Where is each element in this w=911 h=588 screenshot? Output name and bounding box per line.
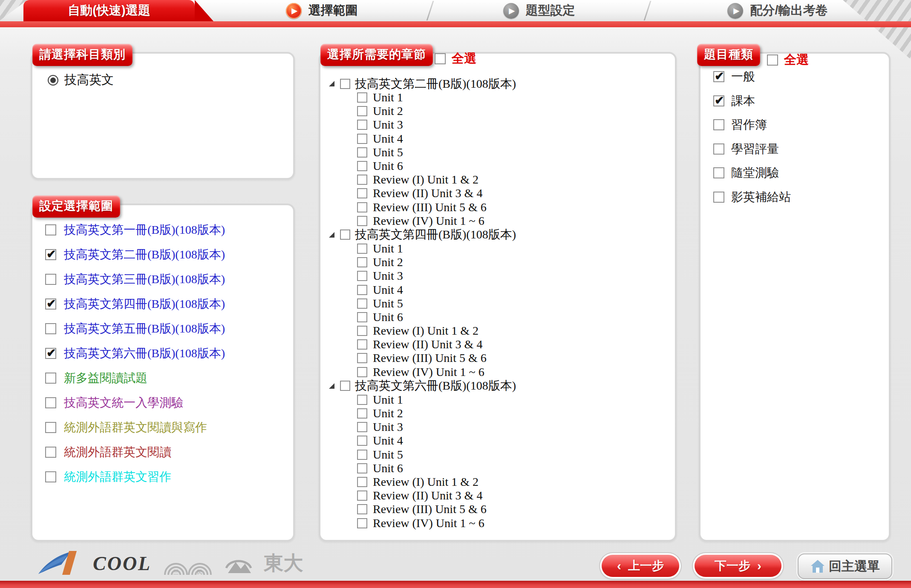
radio-button[interactable]	[48, 75, 58, 86]
type-item-label[interactable]: 學習評量	[731, 141, 779, 157]
checkbox[interactable]	[357, 504, 367, 514]
checkbox[interactable]	[45, 348, 56, 359]
select-all-checkbox[interactable]	[767, 54, 778, 66]
type-item-label[interactable]: 影英補給站	[731, 189, 791, 205]
checkbox[interactable]	[45, 447, 56, 458]
checkbox[interactable]	[357, 161, 367, 171]
range-item-label[interactable]: 技高英文第五冊(B版)(108版本)	[64, 321, 225, 337]
checkbox[interactable]	[357, 518, 367, 528]
tree-child-label[interactable]: Review (I) Unit 1 & 2	[373, 324, 479, 338]
checkbox[interactable]	[45, 422, 56, 433]
range-item-label[interactable]: 技高英文統一入學測驗	[64, 395, 183, 411]
tree-child-label[interactable]: Unit 1	[373, 91, 403, 104]
checkbox[interactable]	[45, 323, 56, 334]
checkbox[interactable]	[357, 285, 367, 295]
checkbox[interactable]	[713, 95, 724, 106]
checkbox[interactable]	[357, 298, 367, 309]
checkbox[interactable]	[357, 312, 367, 322]
checkbox[interactable]	[45, 471, 56, 482]
checkbox[interactable]	[357, 175, 367, 185]
tab-scoring-output[interactable]: 配分/輸出考卷	[665, 0, 891, 21]
checkbox[interactable]	[357, 106, 367, 116]
tree-child-label[interactable]: Unit 5	[373, 297, 403, 310]
tab-select-range[interactable]: 選擇範圍	[222, 0, 422, 21]
tree-child-label[interactable]: Unit 3	[373, 269, 403, 283]
tree-child-label[interactable]: Unit 6	[373, 159, 403, 173]
checkbox[interactable]	[357, 490, 367, 501]
checkbox[interactable]	[340, 79, 350, 89]
tree-child-label[interactable]: Review (III) Unit 5 & 6	[373, 201, 487, 214]
checkbox[interactable]	[357, 216, 367, 226]
range-item-label[interactable]: 技高英文第四冊(B版)(108版本)	[64, 296, 225, 312]
checkbox[interactable]	[357, 422, 367, 432]
tree-expander-icon[interactable]	[329, 383, 335, 389]
tree-book-label[interactable]: 技高英文第二冊(B版)(108版本)	[355, 76, 516, 92]
tree-child-label[interactable]: Review (II) Unit 3 & 4	[373, 489, 482, 502]
tree-book-label[interactable]: 技高英文第六冊(B版)(108版本)	[355, 378, 516, 394]
checkbox[interactable]	[713, 119, 724, 130]
tree-child-label[interactable]: Unit 4	[373, 434, 403, 447]
tree-child-label[interactable]: Unit 2	[373, 407, 403, 420]
tree-child-label[interactable]: Review (IV) Unit 1 ~ 6	[373, 516, 484, 530]
tree-child-label[interactable]: Review (III) Unit 5 & 6	[373, 351, 487, 365]
tree-child-label[interactable]: Unit 3	[373, 118, 403, 132]
checkbox[interactable]	[357, 477, 367, 487]
tree-child-label[interactable]: Unit 6	[373, 310, 403, 324]
checkbox[interactable]	[340, 381, 350, 391]
checkbox[interactable]	[357, 395, 367, 405]
tree-child-label[interactable]: Unit 2	[373, 104, 403, 118]
tree-child-label[interactable]: Unit 5	[373, 448, 403, 462]
tree-book-label[interactable]: 技高英文第四冊(B版)(108版本)	[355, 227, 516, 243]
checkbox[interactable]	[357, 134, 367, 144]
checkbox[interactable]	[713, 143, 724, 155]
type-item-label[interactable]: 課本	[731, 93, 755, 109]
checkbox[interactable]	[357, 257, 367, 267]
range-item-label[interactable]: 技高英文第二冊(B版)(108版本)	[64, 247, 225, 263]
tree-child-label[interactable]: Unit 4	[373, 132, 403, 146]
tree-child-label[interactable]: Unit 1	[373, 242, 403, 255]
checkbox[interactable]	[357, 436, 367, 446]
tab-question-type-setting[interactable]: 題型設定	[439, 0, 639, 21]
range-item-label[interactable]: 統測外語群英文閱讀與寫作	[64, 419, 207, 436]
checkbox[interactable]	[45, 373, 56, 384]
range-item-label[interactable]: 技高英文第一冊(B版)(108版本)	[64, 222, 225, 238]
checkbox[interactable]	[713, 192, 724, 203]
checkbox[interactable]	[357, 450, 367, 460]
range-item-label[interactable]: 統測外語群英文閱讀	[64, 444, 171, 460]
checkbox[interactable]	[357, 408, 367, 419]
checkbox[interactable]	[713, 167, 724, 178]
prev-step-button[interactable]: ‹ 上一步	[602, 555, 679, 577]
tree-child-label[interactable]: Review (IV) Unit 1 ~ 6	[373, 214, 484, 228]
checkbox[interactable]	[357, 120, 367, 130]
subject-option-label[interactable]: 技高英文	[64, 72, 114, 89]
tree-child-label[interactable]: Review (III) Unit 5 & 6	[373, 502, 487, 516]
type-item-label[interactable]: 一般	[731, 69, 755, 85]
range-item-label[interactable]: 新多益閱讀試題	[64, 370, 147, 386]
tree-child-label[interactable]: Review (II) Unit 3 & 4	[373, 338, 482, 351]
checkbox[interactable]	[357, 353, 367, 363]
tree-child-label[interactable]: Unit 6	[373, 462, 403, 475]
tree-child-label[interactable]: Review (I) Unit 1 & 2	[373, 475, 479, 489]
select-all-checkbox[interactable]	[435, 53, 446, 64]
tree-child-label[interactable]: Unit 2	[373, 255, 403, 269]
checkbox[interactable]	[340, 229, 350, 240]
home-menu-button[interactable]: 回主選單	[798, 554, 892, 579]
checkbox[interactable]	[357, 188, 367, 198]
checkbox[interactable]	[713, 71, 724, 82]
next-step-button[interactable]: 下一步 ›	[695, 555, 781, 577]
checkbox[interactable]	[357, 92, 367, 103]
checkbox[interactable]	[357, 367, 367, 377]
checkbox[interactable]	[357, 339, 367, 350]
select-all-label[interactable]: 全選	[452, 50, 476, 67]
tree-child-label[interactable]: Unit 3	[373, 420, 403, 434]
tree-child-label[interactable]: Unit 4	[373, 283, 403, 297]
tree-child-label[interactable]: Review (IV) Unit 1 ~ 6	[373, 365, 484, 379]
select-all-label[interactable]: 全選	[784, 52, 809, 69]
range-item-label[interactable]: 統測外語群英文習作	[64, 469, 171, 485]
checkbox[interactable]	[357, 271, 367, 281]
tree-child-label[interactable]: Unit 1	[373, 393, 403, 407]
checkbox[interactable]	[357, 147, 367, 158]
tree-child-label[interactable]: Review (I) Unit 1 & 2	[373, 173, 479, 186]
checkbox[interactable]	[357, 326, 367, 336]
checkbox[interactable]	[357, 244, 367, 254]
